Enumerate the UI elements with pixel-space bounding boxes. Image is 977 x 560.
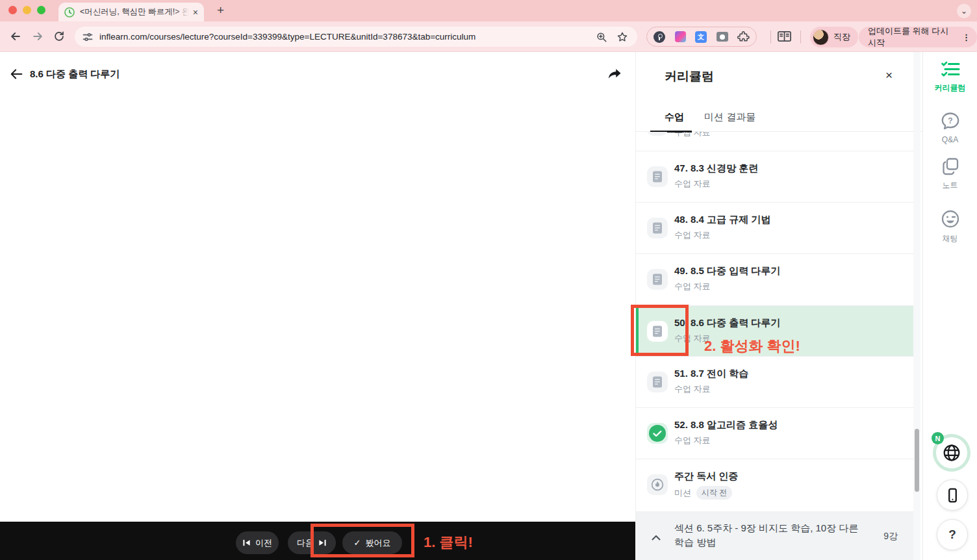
question-bubble-icon: ?	[923, 110, 977, 131]
rail-item-curriculum[interactable]: 커리큘럼	[923, 60, 977, 94]
rail-label: Q&A	[923, 135, 977, 144]
tab-title: <머신러닝, 핵심만 빠르게!> 완독 챌	[80, 6, 189, 18]
list-item[interactable]: 48. 8.4 고급 규제 기법 수업 자료	[636, 202, 916, 253]
chevron-up-icon[interactable]	[652, 531, 661, 543]
restart-to-update-label: 업데이트를 위해 다시 시작	[868, 25, 957, 49]
list-item-subtitle: 수업 자료	[674, 383, 711, 395]
rail-item-chat[interactable]: 채팅	[923, 209, 977, 244]
annotation-text-step1: 1. 클릭!	[424, 533, 473, 552]
tab-lesson[interactable]: 수업	[665, 111, 684, 123]
browser-profile-button[interactable]: 직장	[810, 27, 858, 47]
zoom-page-icon[interactable]	[596, 31, 607, 43]
extensions-puzzle-icon[interactable]	[737, 31, 750, 43]
smiley-icon	[923, 209, 977, 229]
curriculum-tabbar: 수업 미션 결과물	[636, 105, 922, 132]
clickup-extension-icon[interactable]	[675, 31, 686, 42]
status-badge: 시작 전	[696, 486, 732, 500]
lecture-back-button[interactable]	[9, 66, 25, 82]
profile-label: 직장	[833, 31, 850, 43]
window-minimize-button[interactable]	[23, 6, 31, 14]
password-manager-extension-icon[interactable]	[653, 31, 665, 43]
translate-extension-icon[interactable]: 文	[695, 31, 707, 43]
forward-nav-button[interactable]	[31, 30, 44, 43]
window-close-button[interactable]	[8, 6, 17, 14]
scrollbar-thumb[interactable]	[915, 429, 919, 492]
list-item-subtitle: 수업 자료	[674, 229, 711, 241]
list-item[interactable]: 47. 8.3 신경망 훈련 수업 자료	[636, 151, 916, 202]
mission-flame-icon	[647, 474, 668, 495]
screenshot-extension-icon[interactable]	[717, 32, 728, 42]
browser-toolbar: inflearn.com/courses/lecture?courseId=33…	[0, 21, 977, 52]
site-settings-icon[interactable]	[82, 32, 93, 42]
back-nav-button[interactable]	[9, 30, 22, 43]
toolbar-divider	[770, 31, 771, 44]
reading-list-icon[interactable]	[777, 30, 792, 46]
rail-label: 채팅	[923, 233, 977, 244]
list-item-partial[interactable]: 수업 자료	[636, 132, 916, 151]
section-header-row[interactable]: 섹션 6. 5주차 - 9장 비지도 학습, 10장 다른 학습 방법 9강	[636, 511, 916, 560]
help-question-mark: ?	[948, 528, 956, 542]
document-icon	[647, 372, 668, 392]
mobile-app-button[interactable]	[937, 479, 968, 511]
browser-menu-kebab-icon[interactable]: ⋮	[962, 32, 971, 42]
new-tab-button[interactable]: +	[217, 3, 224, 18]
document-icon	[647, 132, 668, 138]
lecture-title: 8.6 다중 출력 다루기	[30, 68, 120, 81]
side-rail: 커리큘럼 ? Q&A 노트 채팅 N ?	[922, 52, 977, 560]
window-fullscreen-button[interactable]	[37, 6, 45, 14]
checklist-icon	[923, 60, 977, 79]
list-item-title: 주간 독서 인증	[674, 470, 738, 483]
mission-label: 미션	[674, 487, 691, 499]
url-bar[interactable]: inflearn.com/courses/lecture?courseId=33…	[75, 27, 637, 47]
skip-previous-icon	[242, 539, 251, 547]
prev-lecture-button[interactable]: 이전	[236, 531, 279, 554]
screen: <머신러닝, 핵심만 빠르게!> 완독 챌 × + ⌄ inflearn.com…	[0, 0, 977, 560]
share-icon[interactable]	[607, 66, 622, 82]
rail-label: 커리큘럼	[923, 83, 977, 94]
reload-button[interactable]	[53, 31, 65, 42]
list-item-title: 49. 8.5 다중 입력 다루기	[674, 265, 780, 277]
list-item-title: 50. 8.6 다중 출력 다루기	[674, 317, 780, 329]
prev-label: 이전	[255, 537, 272, 549]
section-title: 섹션 6. 5주차 - 9장 비지도 학습, 10장 다른 학습 방법	[674, 521, 870, 550]
annotation-text-step2: 2. 활성화 확인!	[704, 337, 800, 356]
browser-tab[interactable]: <머신러닝, 핵심만 빠르게!> 완독 챌 ×	[58, 3, 204, 21]
list-item-subtitle: 미션 시작 전	[674, 486, 732, 500]
tab-mission-results[interactable]: 미션 결과물	[704, 111, 755, 123]
rail-item-qna[interactable]: ? Q&A	[923, 110, 977, 144]
list-item-title: 47. 8.3 신경망 훈련	[674, 162, 758, 175]
help-button[interactable]: ?	[937, 519, 968, 550]
list-item-title: 52. 8.8 알고리즘 효율성	[674, 419, 778, 431]
list-item-mission[interactable]: 주간 독서 인증 미션 시작 전	[636, 459, 916, 510]
browser-tab-strip: <머신러닝, 핵심만 빠르게!> 완독 챌 × + ⌄	[0, 0, 977, 21]
list-item[interactable]: 49. 8.5 다중 입력 다루기 수업 자료	[636, 253, 916, 305]
globe-icon	[942, 443, 961, 463]
curriculum-close-icon[interactable]: ×	[885, 69, 893, 81]
lecture-player-area: 8.6 다중 출력 다루기 이전 다음 ✓ 봤어요	[0, 52, 635, 560]
svg-text:?: ?	[948, 116, 952, 125]
smartphone-icon	[945, 487, 961, 503]
list-item-subtitle: 수업 자료	[674, 435, 711, 446]
tab-search-chevron-icon[interactable]: ⌄	[957, 4, 971, 18]
document-icon	[647, 166, 668, 187]
list-item-completed[interactable]: 52. 8.8 알고리즘 효율성 수업 자료	[636, 407, 916, 459]
lecture-header: 8.6 다중 출력 다루기	[0, 52, 635, 91]
curriculum-panel-title: 커리큘럼	[665, 68, 714, 85]
note-pages-icon	[923, 157, 977, 176]
list-item-title: 48. 8.4 고급 규제 기법	[674, 214, 770, 226]
list-item-subtitle: 수업 자료	[674, 132, 711, 138]
document-icon	[647, 218, 668, 238]
section-lecture-count: 9강	[883, 531, 898, 542]
annotation-box-step2	[631, 305, 689, 356]
bookmark-star-icon[interactable]	[616, 31, 628, 43]
profile-avatar	[813, 29, 829, 45]
rail-label: 노트	[923, 180, 977, 191]
url-text[interactable]: inflearn.com/courses/lecture?courseId=33…	[99, 32, 596, 42]
restart-to-update-button[interactable]: 업데이트를 위해 다시 시작 ⋮	[859, 27, 977, 47]
tab-close-icon[interactable]: ×	[193, 8, 198, 17]
list-item[interactable]: 51. 8.7 전이 학습 수업 자료	[636, 356, 916, 407]
annotation-box-step1	[311, 524, 414, 557]
rail-item-note[interactable]: 노트	[923, 157, 977, 191]
list-item-title: 51. 8.7 전이 학습	[674, 368, 748, 380]
extensions-group: 文	[646, 27, 757, 47]
